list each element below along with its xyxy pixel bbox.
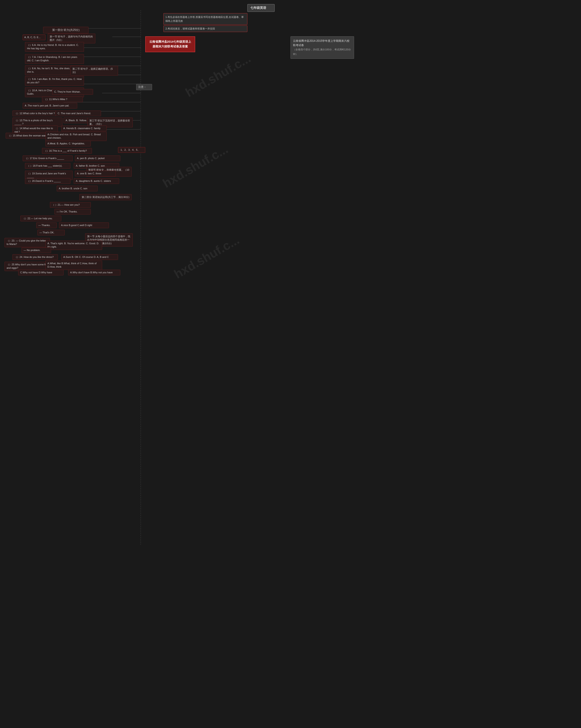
subject-tag: 七年级英语: [247, 4, 274, 12]
q20-box: （）20.David is Frank's _____: [25, 178, 70, 184]
q24a-box: A.Sure B. OK C. Of course D. A, B and C: [61, 254, 118, 260]
watermark-1: hxd.shuf.c...: [183, 51, 253, 100]
section4-numbers: 1、2、3、4、5、: [118, 147, 145, 153]
q16-box: （）16.This is a ___ of Frank's family?: [42, 148, 92, 154]
q19a-box: A. one B. two C. three: [75, 171, 116, 176]
section2-title: 第二节 听句子，选择正确的答语。(5分): [70, 66, 118, 76]
q24-box: （）24. How do you like the dress?: [12, 254, 58, 260]
q17-box: （）17.Eric Green is Frank's _____: [23, 156, 73, 161]
q23-box: （）23. — Could you give the letter to Mar…: [4, 238, 50, 247]
part2-label: 第二部分 英语知识运用(共三节，满分30分): [79, 194, 132, 200]
q21-box: （ ）21.— How are you?: [50, 202, 91, 208]
q23b-box: — No problem.: [22, 248, 51, 253]
q22b-box: A.nice B.good C.well D.right: [59, 223, 109, 228]
q6-box: （）6.A. He is my friend. B. He is a stude…: [25, 42, 84, 52]
note-label: 注意：: [136, 84, 152, 90]
note-1: 1.考生必须在答题卷上作答,答案应书写在答题卷相应位置,在试题卷、草稿纸上答题无…: [163, 13, 247, 25]
q20a-box: A. daughters B. aunts C. sisters: [74, 178, 119, 184]
q25b-box: C.Why not have D.Why have: [18, 270, 63, 275]
q11a-box: A .The man's pen pal. B. Jane's pen pal.: [23, 103, 77, 108]
watermark-3: hxd.shuf.c...: [171, 232, 242, 282]
q12c-box: C. The man and Jane's friend.: [56, 110, 101, 116]
main-title: 云南省腾冲县2014七年级英语上册期末六校联考试卷及答案: [145, 36, 195, 52]
q12-box: （）12.What color is the boy's hair？: [12, 110, 62, 116]
section1-letters: A, B, C, D, E...: [23, 34, 45, 40]
q7-box: （）7.A. I live in Shandong. B. I am ten y…: [25, 54, 84, 64]
connector-lines: [0, 0, 581, 728]
q17a-box: A. pen B. photo C. jacket: [75, 156, 120, 161]
q22c-box: — That's OK.: [37, 230, 65, 235]
q20b-box: A. brother B. uncle C. son: [57, 186, 98, 191]
page-container: 七年级英语 云南省腾冲县2014-2015学年度上学期期末六校联考试卷 （全卷四…: [0, 0, 581, 728]
part1-label: 第一部分 听力(共25分): [43, 27, 88, 33]
watermark-2: hxd.shuf.c...: [160, 142, 230, 191]
q23a-box: A. That's right. B. You're welcome. C. G…: [45, 241, 102, 250]
q22-box: （）22.— Let me help you.: [21, 216, 61, 221]
sidebar-info: 云南省腾冲县2014-2015学年度上学期期末六校联考试卷 （全卷四个部分，共6…: [290, 36, 354, 59]
note-2: 2.考试结束后，请将试题卷和答案卷一并交回: [163, 25, 247, 32]
q15a-box: A.Chicken and rice. B. Fish and bread. C…: [45, 132, 107, 141]
q25a-box: A.What, like B.What, think of C.How, thi…: [45, 261, 102, 270]
q25c-box: A.Why don't have B.Why not you have: [68, 270, 120, 275]
q22a-box: — Thanks.: [36, 223, 57, 228]
q21a-box: — I'm OK. Thanks.: [54, 209, 91, 214]
q18-box: （ ）18.Frank has ___ sister(s).: [25, 163, 70, 169]
q9-box: （）9.A. I am Alan. B. I'm fine, thank you…: [25, 76, 84, 86]
q15b-box: A.Meat. B. Apples. C. Vegetables.: [45, 141, 91, 147]
q10c-box: C. They're from Wuhan.: [52, 89, 93, 95]
q14a-box: A. friends B. classmates C. family: [61, 126, 107, 131]
q11-box: （）11.Who's Mike？: [42, 97, 83, 102]
